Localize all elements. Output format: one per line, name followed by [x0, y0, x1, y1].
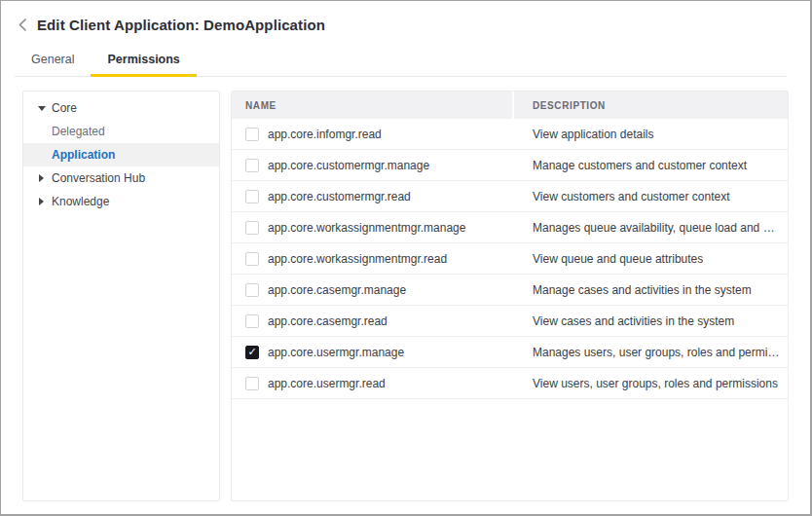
table-row: app.core.usermgr.manage Manages users, u…: [232, 337, 788, 368]
permission-description: View cases and activities in the system: [512, 314, 788, 328]
tree-item-label: Knowledge: [52, 195, 109, 208]
page-title: Edit Client Application: DemoApplication: [37, 17, 325, 33]
column-header-name: NAME: [232, 92, 512, 119]
permission-name: app.core.casemgr.manage: [268, 283, 406, 297]
expand-toggle-icon[interactable]: [37, 174, 46, 182]
tree-item-label: Application: [52, 148, 115, 162]
table-row: app.core.casemgr.manage Manage cases and…: [232, 275, 788, 306]
tree-item-delegated[interactable]: Delegated: [23, 120, 219, 143]
triangle-right-icon: [39, 174, 44, 182]
permission-name: app.core.usermgr.manage: [268, 346, 404, 359]
permission-name: app.core.workassignmentmgr.read: [268, 252, 447, 266]
permission-checkbox[interactable]: [245, 377, 259, 390]
permission-name: app.core.customermgr.read: [268, 190, 411, 203]
permission-name-cell: app.core.casemgr.read: [232, 314, 512, 328]
chevron-left-icon: [18, 18, 27, 32]
permission-name: app.core.casemgr.read: [268, 314, 388, 328]
permission-name-cell: app.core.usermgr.read: [232, 377, 512, 390]
permission-description: Manage cases and activities in the syste…: [512, 283, 788, 297]
permission-name-cell: app.core.workassignmentmgr.manage: [232, 221, 512, 235]
permission-description: View queue and queue attributes: [512, 252, 788, 266]
table-header: NAME DESCRIPTION: [232, 92, 788, 119]
back-button[interactable]: [17, 17, 28, 32]
triangle-right-icon: [39, 198, 44, 205]
permission-description: Manage customers and customer context: [512, 159, 788, 172]
tree-item-label: Conversation Hub: [52, 171, 145, 185]
permission-description: Manages users, user groups, roles and pe…: [512, 346, 788, 359]
permission-checkbox[interactable]: [245, 346, 259, 359]
tree-item-conversation-hub[interactable]: Conversation Hub: [23, 166, 219, 190]
permission-name-cell: app.core.workassignmentmgr.read: [232, 252, 512, 266]
triangle-down-icon: [38, 106, 46, 111]
permission-description: View users, user groups, roles and permi…: [512, 377, 788, 390]
permission-name-cell: app.core.customermgr.read: [232, 190, 512, 203]
tab-general[interactable]: General: [15, 45, 91, 76]
permission-name: app.core.usermgr.read: [268, 377, 386, 390]
expand-toggle-icon[interactable]: [37, 198, 46, 205]
permission-checkbox[interactable]: [245, 221, 259, 235]
tree-item-label: Delegated: [52, 125, 105, 138]
permission-name: app.core.customermgr.manage: [268, 159, 429, 172]
tree-item-core[interactable]: Core: [23, 96, 219, 120]
table-row: app.core.infomgr.read View application d…: [232, 119, 788, 150]
permission-checkbox[interactable]: [245, 314, 259, 328]
permission-description: Manages queue availability, queue load a…: [512, 221, 788, 235]
tab-permissions[interactable]: Permissions: [91, 45, 196, 76]
table-row: app.core.casemgr.read View cases and act…: [232, 306, 788, 337]
permissions-category-tree: Core Delegated Application Conversation …: [22, 91, 220, 501]
permission-name-cell: app.core.usermgr.manage: [232, 346, 512, 359]
permissions-content: Core Delegated Application Conversation …: [22, 91, 789, 501]
edit-client-application-window: Edit Client Application: DemoApplication…: [0, 0, 812, 516]
permission-name-cell: app.core.infomgr.read: [232, 128, 512, 141]
permission-name: app.core.infomgr.read: [268, 128, 382, 141]
table-row: app.core.customermgr.manage Manage custo…: [232, 150, 788, 181]
table-row: app.core.workassignmentmgr.read View que…: [232, 243, 788, 275]
tab-bar: General Permissions: [15, 45, 787, 77]
column-header-description: DESCRIPTION: [514, 92, 788, 119]
permission-description: View customers and customer context: [512, 190, 788, 203]
permission-name-cell: app.core.casemgr.manage: [232, 283, 512, 297]
permission-name: app.core.workassignmentmgr.manage: [268, 221, 465, 235]
tree-item-knowledge[interactable]: Knowledge: [23, 190, 219, 213]
permission-checkbox[interactable]: [245, 190, 259, 203]
tree-item-application[interactable]: Application: [23, 143, 219, 166]
table-row: app.core.workassignmentmgr.manage Manage…: [232, 212, 788, 243]
tree-item-label: Core: [52, 101, 77, 115]
permissions-table: NAME DESCRIPTION app.core.infomgr.read V…: [231, 91, 789, 501]
table-row: app.core.usermgr.read View users, user g…: [232, 368, 788, 399]
permission-description: View application details: [512, 128, 788, 141]
permission-checkbox[interactable]: [245, 252, 259, 266]
table-row: app.core.customermgr.read View customers…: [232, 181, 788, 212]
permission-name-cell: app.core.customermgr.manage: [232, 159, 512, 172]
page-header: Edit Client Application: DemoApplication: [1, 1, 810, 34]
permission-checkbox[interactable]: [245, 128, 259, 141]
expand-toggle-icon[interactable]: [37, 106, 46, 111]
permission-checkbox[interactable]: [245, 283, 259, 297]
permission-checkbox[interactable]: [245, 159, 259, 172]
